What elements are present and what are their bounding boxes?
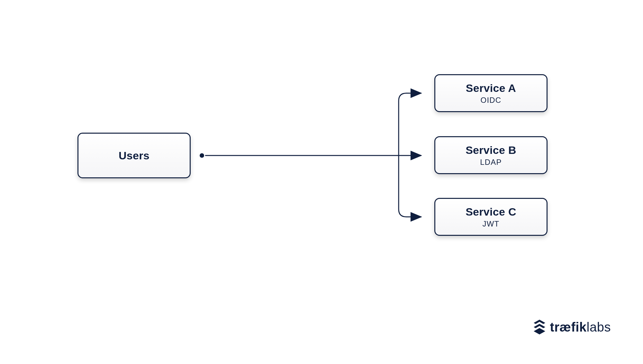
service-c-title: Service C xyxy=(466,206,516,218)
service-b-box: Service B LDAP xyxy=(434,136,548,174)
logo-suffix: labs xyxy=(587,320,611,334)
traefik-logo-icon xyxy=(532,319,547,335)
users-box: Users xyxy=(77,133,191,178)
service-a-box: Service A OIDC xyxy=(434,74,548,112)
arrow-to-service-c xyxy=(399,155,421,217)
service-b-title: Service B xyxy=(466,144,516,156)
logo-prefix: træfik xyxy=(550,320,586,334)
connection-arrows xyxy=(0,0,643,364)
service-a-auth: OIDC xyxy=(481,96,502,105)
service-b-auth: LDAP xyxy=(480,158,502,167)
service-c-box: Service C JWT xyxy=(434,198,548,236)
arrow-to-service-a xyxy=(399,93,421,155)
service-a-title: Service A xyxy=(466,82,516,94)
traefik-labs-logo: træfiklabs xyxy=(532,319,611,335)
service-c-auth: JWT xyxy=(483,219,500,228)
logo-text: træfiklabs xyxy=(550,320,611,334)
start-dot-icon xyxy=(200,153,204,158)
users-label: Users xyxy=(119,149,149,162)
